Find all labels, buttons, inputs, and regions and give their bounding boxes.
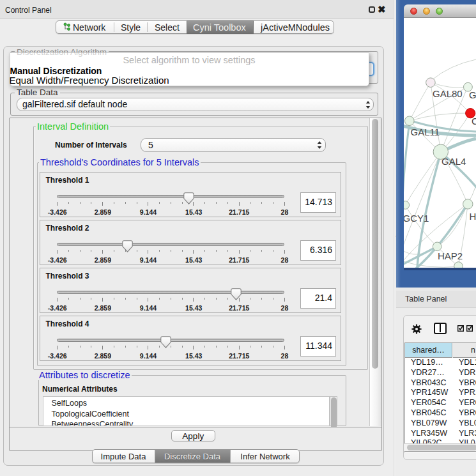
svg-text:GA: GA [469,89,476,100]
svg-text:GAL11: GAL11 [411,127,440,137]
svg-text:GCY1: GCY1 [404,213,429,224]
svg-text:GAL80: GAL80 [433,88,463,99]
svg-text:H: H [470,211,476,222]
svg-text:C: C [472,116,476,127]
svg-text:HAP2: HAP2 [438,250,463,261]
svg-text:GAL4: GAL4 [441,156,466,167]
